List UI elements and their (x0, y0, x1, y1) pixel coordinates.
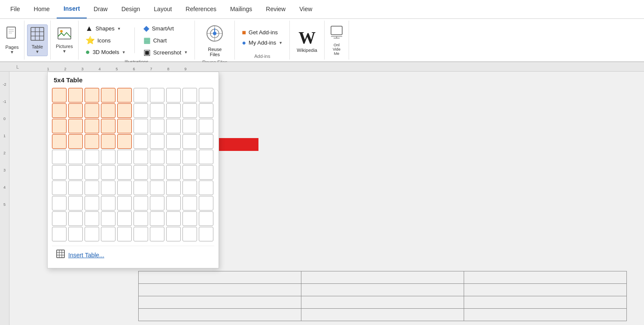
table-grid-cell[interactable] (101, 211, 115, 226)
tab-home[interactable]: Home (27, 0, 57, 18)
table-grid-cell[interactable] (134, 196, 148, 211)
table-grid-cell[interactable] (101, 196, 115, 211)
table-grid-cell[interactable] (182, 227, 197, 241)
table-grid-cell[interactable] (68, 165, 83, 180)
reuse-files-button[interactable]: ReuseFiles (197, 22, 232, 59)
table-grid-cell[interactable] (101, 88, 115, 102)
table-grid-cell[interactable] (199, 150, 213, 164)
table-grid-cell[interactable] (166, 211, 181, 226)
insert-table-button[interactable]: Insert Table... (52, 246, 214, 264)
table-grid-cell[interactable] (68, 196, 83, 211)
table-grid-cell[interactable] (68, 150, 83, 164)
table-grid-cell[interactable] (85, 227, 99, 241)
table-grid-cell[interactable] (150, 227, 164, 241)
table-grid-cell[interactable] (150, 196, 164, 211)
table-grid-cell[interactable] (52, 150, 67, 164)
table-grid-cell[interactable] (68, 88, 83, 102)
table-grid-cell[interactable] (117, 211, 132, 226)
table-grid-cell[interactable] (134, 227, 148, 241)
table-grid-cell[interactable] (134, 211, 148, 226)
table-grid-cell[interactable] (182, 119, 197, 133)
table-grid-cell[interactable] (117, 103, 132, 118)
smartart-button[interactable]: ◆ SmartArt (141, 22, 191, 34)
tab-design[interactable]: Design (115, 0, 147, 18)
table-grid-cell[interactable] (117, 88, 132, 102)
table-grid-cell[interactable] (182, 181, 197, 195)
table-grid-cell[interactable] (150, 119, 164, 133)
tab-draw[interactable]: Draw (87, 0, 115, 18)
table-grid-cell[interactable] (101, 119, 115, 133)
table-grid-cell[interactable] (101, 150, 115, 164)
table-grid-cell[interactable] (182, 134, 197, 149)
table-grid-cell[interactable] (182, 165, 197, 180)
table-grid-cell[interactable] (166, 227, 181, 241)
table-grid-cell[interactable] (134, 134, 148, 149)
table-grid-cell[interactable] (134, 88, 148, 102)
table-grid-cell[interactable] (101, 103, 115, 118)
table-grid-cell[interactable] (68, 103, 83, 118)
table-grid-cell[interactable] (117, 150, 132, 164)
table-grid-cell[interactable] (117, 165, 132, 180)
table-grid-cell[interactable] (52, 165, 67, 180)
table-grid-cell[interactable] (52, 103, 67, 118)
table-grid-cell[interactable] (199, 196, 213, 211)
tab-view[interactable]: View (292, 0, 319, 18)
table-grid-cell[interactable] (52, 134, 67, 149)
table-grid-cell[interactable] (52, 119, 67, 133)
table-grid-cell[interactable] (52, 196, 67, 211)
table-grid-cell[interactable] (182, 196, 197, 211)
table-grid-cell[interactable] (199, 165, 213, 180)
table-grid-cell[interactable] (166, 165, 181, 180)
table-grid-cell[interactable] (68, 134, 83, 149)
table-grid-cell[interactable] (166, 88, 181, 102)
wikipedia-button[interactable]: W Wikipedia (292, 25, 322, 55)
tab-review[interactable]: Review (259, 0, 292, 18)
chart-button[interactable]: ▦ Chart (141, 34, 191, 46)
table-grid-cell[interactable] (199, 119, 213, 133)
table-grid-cell[interactable] (150, 165, 164, 180)
pictures-button[interactable]: Pictures ▼ (53, 25, 76, 55)
table-grid-cell[interactable] (199, 103, 213, 118)
table-grid-cell[interactable] (85, 211, 99, 226)
table-grid-cell[interactable] (117, 119, 132, 133)
table-grid-cell[interactable] (85, 150, 99, 164)
table-grid-cell[interactable] (150, 134, 164, 149)
table-grid-cell[interactable] (150, 211, 164, 226)
table-grid-cell[interactable] (134, 150, 148, 164)
table-grid-cell[interactable] (134, 165, 148, 180)
tab-references[interactable]: References (179, 0, 223, 18)
screenshot-button[interactable]: ▣ Screenshot ▼ (141, 46, 191, 58)
online-video-button[interactable]: OnlVideMe (327, 23, 346, 57)
table-grid-cell[interactable] (134, 103, 148, 118)
my-addins-button[interactable]: ● My Add-ins ▼ (239, 38, 285, 48)
table-grid-cell[interactable] (117, 227, 132, 241)
icons-button[interactable]: ⭐ Icons (83, 34, 128, 46)
table-grid-cell[interactable] (117, 196, 132, 211)
table-grid-cell[interactable] (199, 227, 213, 241)
table-grid-cell[interactable] (166, 119, 181, 133)
get-addins-button[interactable]: ■ Get Add-ins (239, 27, 285, 38)
table-grid-cell[interactable] (199, 211, 213, 226)
table-grid-cell[interactable] (166, 103, 181, 118)
table-grid-cell[interactable] (117, 181, 132, 195)
table-grid-cell[interactable] (101, 165, 115, 180)
shapes-button[interactable]: ▲ Shapes ▼ (83, 23, 128, 34)
table-grid-cell[interactable] (68, 181, 83, 195)
table-grid-cell[interactable] (85, 88, 99, 102)
table-grid-cell[interactable] (101, 181, 115, 195)
table-grid-cell[interactable] (85, 134, 99, 149)
table-grid-cell[interactable] (68, 119, 83, 133)
table-grid-cell[interactable] (101, 134, 115, 149)
table-grid-cell[interactable] (166, 181, 181, 195)
tab-file[interactable]: File (3, 0, 27, 18)
tab-insert[interactable]: Insert (57, 0, 87, 18)
table-grid-cell[interactable] (68, 227, 83, 241)
table-grid-cell[interactable] (134, 119, 148, 133)
table-grid-cell[interactable] (182, 103, 197, 118)
table-grid-cell[interactable] (52, 211, 67, 226)
table-grid-cell[interactable] (150, 150, 164, 164)
table-grid-cell[interactable] (182, 150, 197, 164)
table-grid-cell[interactable] (166, 196, 181, 211)
table-grid-cell[interactable] (85, 196, 99, 211)
table-grid-cell[interactable] (199, 134, 213, 149)
